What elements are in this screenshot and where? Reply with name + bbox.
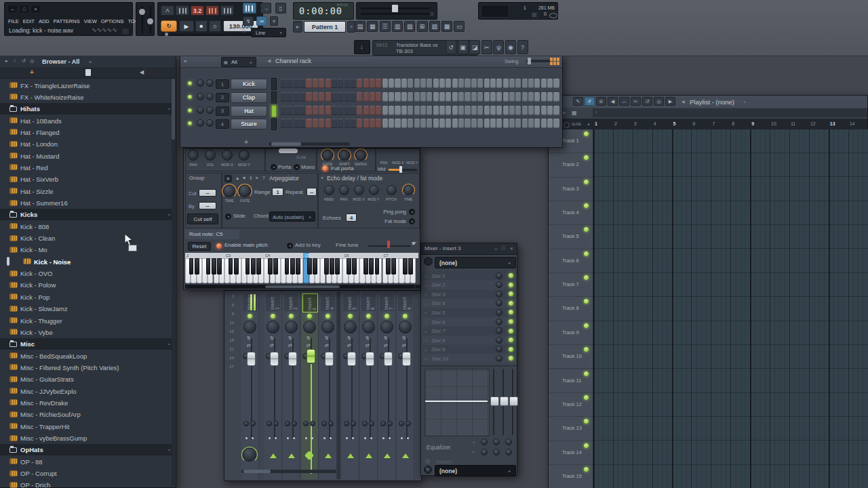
- strip-knob-b[interactable]: [273, 421, 279, 426]
- shuttle-handle[interactable]: [165, 33, 168, 36]
- cut-self-button[interactable]: Cut self: [187, 214, 218, 224]
- eq-band-slider[interactable]: [509, 396, 518, 406]
- track-enable-led[interactable]: [584, 131, 589, 136]
- step-cell[interactable]: [344, 106, 350, 115]
- strip-enable-led[interactable]: [403, 314, 408, 319]
- typing-piano-button[interactable]: [243, 3, 256, 14]
- step-cell[interactable]: [427, 119, 432, 128]
- step-cell[interactable]: [281, 92, 286, 102]
- levels-knob-2[interactable]: [222, 150, 233, 161]
- slip-tool-icon[interactable]: ↔: [619, 97, 629, 106]
- track-header[interactable]: Track 7: [549, 273, 593, 297]
- piano-key-black[interactable]: [330, 258, 334, 274]
- strip-pan-knob[interactable]: [380, 321, 393, 333]
- trigger-knob-swing[interactable]: [355, 150, 366, 161]
- step-cell[interactable]: [528, 106, 534, 115]
- step-cell[interactable]: [382, 92, 388, 102]
- more-dropdown-button[interactable]: ▾: [270, 16, 278, 26]
- arp-updown-icon[interactable]: ⇕: [249, 176, 252, 181]
- arp-off-icon[interactable]: ✕: [224, 175, 232, 182]
- delete-tool-icon[interactable]: ⊘: [596, 97, 606, 106]
- step-cell[interactable]: [534, 119, 540, 128]
- strip-enable-led[interactable]: [271, 314, 275, 319]
- step-cell[interactable]: [376, 119, 381, 128]
- step-cell[interactable]: [351, 106, 356, 115]
- levels-knob-0[interactable]: [188, 150, 199, 161]
- step-cell[interactable]: [490, 79, 496, 88]
- window-toggle-4-button[interactable]: ▧: [404, 21, 415, 32]
- step-cell[interactable]: [370, 79, 375, 88]
- echo-knob-1[interactable]: [339, 185, 349, 195]
- step-cell[interactable]: [370, 119, 375, 128]
- swap-lr-icon[interactable]: ⇄: [384, 343, 388, 348]
- band-left-icon[interactable]: ◂: [473, 440, 475, 444]
- fx-slot-enable-led[interactable]: [509, 283, 513, 287]
- browser-refresh-icon[interactable]: ↺: [22, 58, 26, 64]
- channel-volume-knob[interactable]: [206, 93, 214, 100]
- track-header[interactable]: Track 14: [549, 441, 593, 465]
- piano-key-black[interactable]: [363, 258, 368, 274]
- shuttle-track[interactable]: [162, 34, 257, 35]
- step-cell[interactable]: [484, 79, 490, 88]
- step-cell[interactable]: [326, 119, 331, 128]
- playlist-title[interactable]: Playlist - (none): [690, 98, 734, 106]
- step-cell[interactable]: [484, 106, 490, 115]
- volume-fader-handle[interactable]: [288, 352, 297, 366]
- mixer-strip-label[interactable]: Insert 3: [302, 293, 318, 312]
- step-cell[interactable]: [363, 106, 369, 115]
- track-enable-led[interactable]: [584, 275, 589, 280]
- step-cell[interactable]: [433, 106, 439, 115]
- step-cell[interactable]: [427, 106, 432, 115]
- step-cell[interactable]: [427, 92, 432, 102]
- step-cell[interactable]: [338, 106, 343, 115]
- swap-lr-icon[interactable]: ⇄: [288, 343, 292, 348]
- channel-volume-knob[interactable]: [206, 119, 214, 127]
- piano-key-black[interactable]: [217, 258, 222, 274]
- volume-fader-handle[interactable]: [402, 352, 411, 366]
- step-cell[interactable]: [294, 92, 299, 102]
- mono-radio[interactable]: [294, 164, 300, 170]
- mixer-strip-label[interactable]: Insert 2: [284, 293, 298, 311]
- track-header[interactable]: Track 8: [549, 297, 593, 321]
- fx-slot-enable-led[interactable]: [509, 319, 513, 324]
- mixer-strip-label[interactable]: Insert 4: [321, 293, 335, 311]
- porta-radio[interactable]: [271, 164, 277, 170]
- step-cell[interactable]: [313, 119, 318, 128]
- piano-key-black[interactable]: [307, 258, 312, 274]
- step-cell[interactable]: [401, 79, 407, 88]
- step-cell[interactable]: [509, 106, 515, 115]
- piano-key-black[interactable]: [347, 258, 351, 274]
- track-enable-led[interactable]: [584, 347, 589, 352]
- pattern-prev-button[interactable]: ▸: [293, 21, 302, 33]
- echo-knob-2[interactable]: [354, 185, 364, 195]
- step-cell[interactable]: [458, 92, 464, 102]
- step-cell[interactable]: [534, 79, 540, 88]
- step-cell[interactable]: [395, 119, 400, 128]
- browser-item-row[interactable]: Hat - Flanged: [0, 126, 175, 138]
- step-cell[interactable]: [357, 92, 362, 102]
- step-cell[interactable]: [414, 106, 420, 115]
- step-cell[interactable]: [357, 119, 362, 128]
- rack-scrollbar-handle[interactable]: [271, 142, 301, 146]
- eq-freq-knob[interactable]: [493, 439, 500, 445]
- step-cell[interactable]: [446, 106, 451, 115]
- menu-item-view[interactable]: VIEW: [84, 18, 97, 24]
- mixer-strip-label[interactable]: Insert 7: [380, 293, 394, 311]
- strip-knob-b[interactable]: [369, 421, 374, 426]
- scroll-left-icon[interactable]: ‹: [186, 284, 188, 288]
- step-cell[interactable]: [414, 119, 420, 128]
- browser-item-row[interactable]: Kick - Mo: [0, 244, 175, 256]
- browser-item-row[interactable]: Kick - Vybe: [0, 326, 175, 338]
- track-enable-led[interactable]: [584, 227, 589, 232]
- browser-item-row[interactable]: Misc - RevDrake: [0, 396, 175, 408]
- channel-button-hat[interactable]: Hat: [231, 106, 267, 117]
- step-cell[interactable]: [389, 119, 394, 128]
- track-header[interactable]: Track 2: [549, 153, 593, 177]
- route-cycle-icon[interactable]: ↻: [424, 466, 432, 474]
- save-button[interactable]: ▣: [458, 40, 469, 54]
- by-value[interactable]: --: [199, 202, 216, 209]
- browser-item-row[interactable]: Misc - GuitarStrats: [0, 373, 175, 385]
- record-button[interactable]: ○: [209, 20, 221, 32]
- browser-item-row[interactable]: OP - Drich: [0, 479, 175, 488]
- step-cell[interactable]: [433, 92, 439, 102]
